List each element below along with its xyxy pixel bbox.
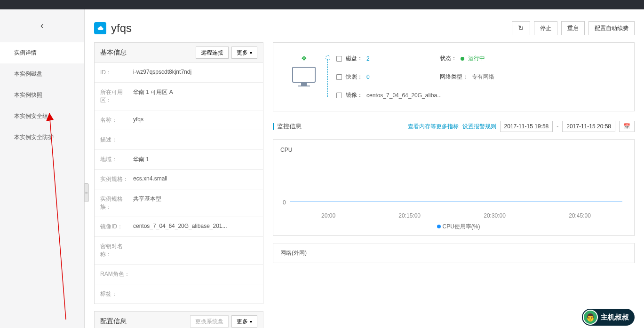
overview-card: ❖ 磁盘：2 状态：运行中 快照：0 网络类型：专有网络 镜像：centos_7… [273,42,635,111]
network-title: 网络(外网) [280,249,627,257]
datetime-to-input[interactable]: 2017-11-15 20:58 [562,121,615,132]
cpu-chart-panel: CPU 0 20:00 20:15:00 20:30:00 20:45:00 C… [273,139,635,236]
snapshot-icon [336,74,342,80]
cpu-chart: 0 20:00 20:15:00 20:30:00 20:45:00 CPU使用… [290,158,627,228]
dashed-separator [327,59,328,97]
nettype-value: 专有网络 [472,73,494,81]
config-info-panel: 配置信息 更换系统盘 更多▾ CPU：1核 内存：1 GB [94,311,263,328]
network-panel: 网络(外网) [273,243,635,263]
status-dot-icon [461,57,464,61]
chart-legend: CPU使用率(%) [290,223,627,231]
chevron-down-icon: ▾ [250,319,252,324]
image-icon [336,93,342,98]
change-disk-button: 更换系统盘 [190,315,229,328]
calendar-button[interactable]: 📅 [619,121,635,132]
shield-icon: ❖ [301,55,307,62]
section-bar-icon [273,123,274,130]
sidebar-item-security-group[interactable]: 本实例安全组 [0,106,84,127]
page-title: yfqs [111,22,132,35]
autorenew-button[interactable]: 配置自动续费 [588,21,635,35]
cloud-icon [94,22,106,34]
sidebar-item-disk[interactable]: 本实例磁盘 [0,63,84,85]
topbar [0,0,644,9]
basic-info-panel: 基本信息 远程连接 更多▾ ID：i-wz97qspscdt8kjnt7ndj … [94,42,263,304]
alert-rules-link[interactable]: 设置报警规则 [462,123,496,131]
back-chevron-icon[interactable]: ‹ [40,20,44,32]
monitor-icon [292,67,316,86]
refresh-icon: ↻ [518,24,524,32]
kv-row: ID：i-wz97qspscdt8kjnt7ndj [95,63,263,83]
collapse-sidebar-handle[interactable]: ≡ [84,183,89,202]
sidebar: ‹ 实例详情 本实例磁盘 本实例快照 本实例安全组 本实例安全防护 ≡ [0,9,85,328]
image-value: centos_7_04_64_20G_aliba... [366,92,442,99]
restart-button[interactable]: 重启 [561,21,585,35]
monitor-title: 监控信息 [277,122,302,131]
sidebar-item-security-guard[interactable]: 本实例安全防护 [0,127,84,148]
snapshot-count-link[interactable]: 0 [366,74,370,80]
sidebar-item-detail[interactable]: 实例详情 [0,42,84,63]
config-info-title: 配置信息 [100,317,187,326]
disk-count-link[interactable]: 2 [366,55,370,62]
refresh-button[interactable]: ↻ [512,21,530,35]
calendar-icon: 📅 [623,123,630,130]
cpu-chart-title: CPU [280,147,627,153]
status-value: 运行中 [468,55,485,62]
remote-connect-button[interactable]: 远程连接 [196,47,229,59]
basic-more-button[interactable]: 更多▾ [231,47,257,59]
datetime-from-input[interactable]: 2017-11-15 19:58 [500,121,553,132]
config-more-button[interactable]: 更多▾ [231,315,257,328]
watermark-badge: 👨 主机叔叔 [582,309,635,326]
sidebar-item-snapshot[interactable]: 本实例快照 [0,85,84,106]
avatar-icon: 👨 [583,310,598,325]
disk-icon [336,56,342,62]
basic-info-title: 基本信息 [100,48,193,57]
view-more-metrics-link[interactable]: 查看内存等更多指标 [408,123,459,131]
chevron-down-icon: ▾ [250,50,252,55]
chart-line [290,202,622,202]
stop-button[interactable]: 停止 [534,21,557,35]
